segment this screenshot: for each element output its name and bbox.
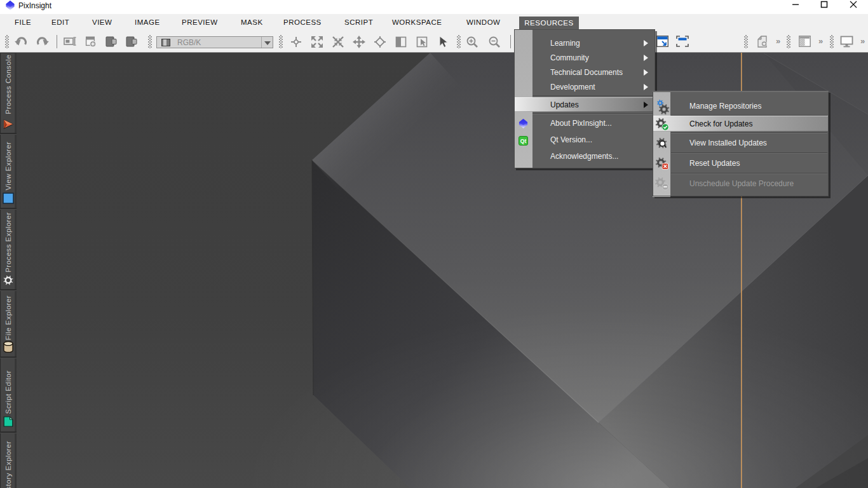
svg-text:Qt: Qt: [520, 138, 527, 144]
